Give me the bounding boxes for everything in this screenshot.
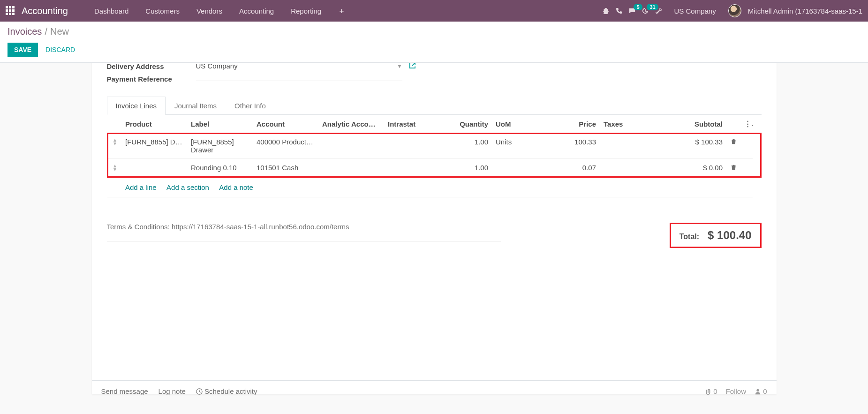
app-name[interactable]: Accounting (22, 6, 68, 16)
row-delete-icon[interactable] (726, 159, 740, 177)
cell-taxes[interactable] (600, 159, 656, 177)
external-link-icon[interactable] (409, 63, 416, 70)
row-handle-icon[interactable]: ▴▾ (107, 133, 121, 159)
tab-journal-items[interactable]: Journal Items (166, 97, 226, 115)
add-note-link[interactable]: Add a note (219, 183, 253, 191)
send-message-button[interactable]: Send message (101, 387, 148, 395)
row-handle-icon[interactable]: ▴▾ (107, 159, 121, 177)
cell-product[interactable]: [FURN_8855] Dr… (121, 133, 187, 159)
delivery-address-field[interactable]: US Company ▼ (196, 63, 402, 72)
th-label[interactable]: Label (187, 115, 253, 133)
add-section-link[interactable]: Add a section (166, 183, 209, 191)
cell-quantity[interactable]: 1.00 (445, 133, 492, 159)
form-wrapper: United States Delivery Address US Compan… (0, 63, 868, 408)
menu-vendors[interactable]: Vendors (188, 7, 231, 15)
menu-customers[interactable]: Customers (137, 7, 188, 15)
form-sheet: United States Delivery Address US Compan… (92, 63, 777, 394)
cell-price[interactable]: 100.33 (548, 133, 600, 159)
th-product[interactable]: Product (121, 115, 187, 133)
table-actions-row: Add a line Add a section Add a note (107, 177, 761, 197)
log-note-button[interactable]: Log note (159, 387, 186, 395)
control-panel: Invoices / New SAVE DISCARD (0, 22, 868, 63)
delivery-address-value: US Company (196, 63, 394, 70)
cell-quantity[interactable]: 1.00 (445, 159, 492, 177)
cell-analytic[interactable] (318, 133, 384, 159)
dropdown-caret-icon[interactable]: ▼ (397, 63, 402, 69)
cell-uom[interactable] (492, 159, 548, 177)
th-price[interactable]: Price (548, 115, 600, 133)
apps-icon[interactable] (6, 6, 15, 15)
cell-intrastat[interactable] (384, 159, 445, 177)
attachments-count[interactable]: 0 (705, 387, 717, 395)
th-subtotal[interactable]: Subtotal (656, 115, 726, 133)
tools-icon[interactable] (655, 8, 662, 14)
svg-point-1 (756, 389, 759, 391)
phone-icon[interactable] (616, 8, 622, 14)
avatar[interactable] (728, 4, 741, 17)
th-uom[interactable]: UoM (492, 115, 548, 133)
th-analytic[interactable]: Analytic Acco… (318, 115, 384, 133)
cell-uom[interactable]: Units (492, 133, 548, 159)
payment-reference-field[interactable] (196, 77, 402, 81)
cell-account[interactable]: 400000 Product… (253, 133, 318, 159)
cell-label[interactable]: [FURN_8855] Drawer (187, 133, 253, 159)
cell-analytic[interactable] (318, 159, 384, 177)
payment-reference-label: Payment Reference (107, 75, 196, 83)
breadcrumb-sep: / (45, 26, 47, 37)
menu-reporting[interactable]: Reporting (282, 7, 330, 15)
schedule-activity-button[interactable]: Schedule activity (196, 387, 257, 395)
terms-text[interactable]: Terms & Conditions: https://17163784-saa… (107, 223, 501, 241)
table-row[interactable]: ▴▾ Rounding 0.10 101501 Cash 1.00 0.07 $… (107, 159, 761, 177)
menu-dashboard[interactable]: Dashboard (86, 7, 137, 15)
followers-count[interactable]: 0 (755, 387, 767, 395)
tab-other-info[interactable]: Other Info (226, 97, 275, 115)
systray: 5 31 US Company Mitchell Admin (17163784… (603, 4, 862, 17)
th-intrastat[interactable]: Intrastat (384, 115, 445, 133)
chat-badge: 5 (634, 4, 642, 10)
breadcrumb: Invoices / New (8, 26, 860, 37)
delivery-address-label: Delivery Address (107, 63, 196, 70)
tab-invoice-lines[interactable]: Invoice Lines (107, 97, 166, 115)
discard-button[interactable]: DISCARD (45, 46, 75, 53)
chat-icon[interactable]: 5 (629, 8, 635, 14)
follow-button[interactable]: Follow (726, 387, 746, 395)
total-box: Total: $ 100.40 (670, 223, 762, 248)
breadcrumb-root[interactable]: Invoices (8, 26, 42, 37)
th-quantity[interactable]: Quantity (445, 115, 492, 133)
total-label: Total: (679, 233, 699, 241)
clock-icon[interactable]: 31 (642, 8, 649, 14)
table-row[interactable]: ▴▾ [FURN_8855] Dr… [FURN_8855] Drawer 40… (107, 133, 761, 159)
cell-intrastat[interactable] (384, 133, 445, 159)
cell-subtotal: $ 0.00 (656, 159, 726, 177)
cell-account[interactable]: 101501 Cash (253, 159, 318, 177)
row-delete-icon[interactable] (726, 133, 740, 159)
cell-subtotal: $ 100.33 (656, 133, 726, 159)
th-account[interactable]: Account (253, 115, 318, 133)
cell-taxes[interactable] (600, 133, 656, 159)
menu-accounting[interactable]: Accounting (231, 7, 282, 15)
th-taxes[interactable]: Taxes (600, 115, 656, 133)
user-menu[interactable]: Mitchell Admin (17163784-saas-15-1 (748, 7, 862, 15)
optional-columns-icon[interactable]: ⋮ (740, 115, 753, 133)
menu-add-icon[interactable]: ＋ (330, 7, 354, 15)
cell-price[interactable]: 0.07 (548, 159, 600, 177)
cell-label[interactable]: Rounding 0.10 (187, 159, 253, 177)
top-menu: Dashboard Customers Vendors Accounting R… (86, 7, 354, 15)
add-line-link[interactable]: Add a line (125, 183, 157, 191)
bug-icon[interactable] (603, 8, 609, 14)
top-nav: Accounting Dashboard Customers Vendors A… (0, 0, 868, 22)
invoice-lines-table: Product Label Account Analytic Acco… Int… (107, 115, 762, 197)
chatter: Send message Log note Schedule activity … (92, 380, 777, 395)
tabs: Invoice Lines Journal Items Other Info (107, 96, 762, 115)
cell-product[interactable] (121, 159, 187, 177)
save-button[interactable]: SAVE (8, 43, 38, 57)
company-switcher[interactable]: US Company (668, 7, 721, 15)
breadcrumb-current: New (50, 26, 69, 37)
total-amount: $ 100.40 (708, 229, 751, 242)
